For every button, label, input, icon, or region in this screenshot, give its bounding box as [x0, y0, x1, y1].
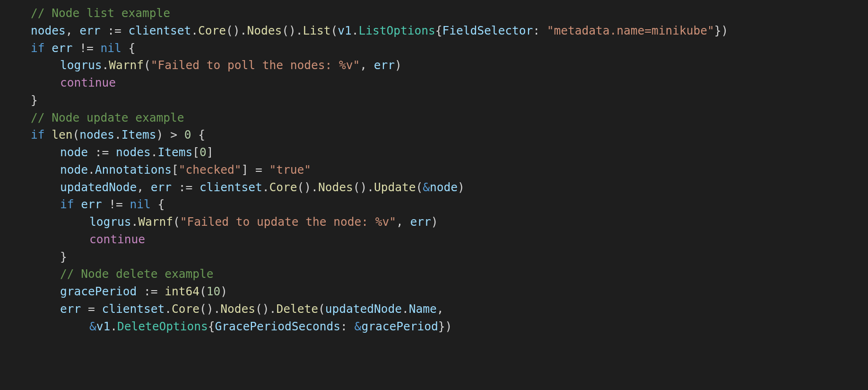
field-Name: Name [409, 302, 437, 316]
call-Nodes: Nodes [318, 180, 353, 194]
ident-nodes: nodes [31, 24, 66, 37]
ident-logrus: logrus [60, 58, 102, 72]
type-ListOptions: ListOptions [358, 24, 435, 37]
keyword-continue: continue [60, 76, 116, 89]
brace-close: }) [714, 24, 729, 37]
call-Delete: Delete [276, 302, 318, 316]
call-len: len [52, 128, 72, 142]
bracket-open: [ [192, 145, 200, 159]
comma: , [66, 24, 80, 37]
keyword-continue: continue [89, 232, 145, 246]
parens: (). [255, 302, 276, 316]
paren-open: ( [318, 302, 325, 316]
op-addressof: & [355, 319, 362, 333]
dot: . [165, 302, 172, 316]
op-eq: = [81, 302, 102, 316]
comma: , [437, 302, 444, 316]
ident-gracePeriod: gracePeriod [361, 319, 438, 333]
keyword-if: if [31, 41, 45, 55]
ident-clientset: clientset [200, 180, 262, 194]
bracket-open: [ [172, 163, 179, 177]
dot: . [131, 215, 139, 229]
call-Warnf: Warnf [109, 58, 144, 72]
space [74, 197, 81, 211]
ident-node: node [60, 163, 88, 177]
call-Nodes: Nodes [247, 24, 282, 37]
call-int64: int64 [165, 284, 200, 298]
field-FieldSelector: FieldSelector [443, 24, 533, 37]
string-literal: "checked" [179, 163, 242, 177]
keyword-if: if [31, 128, 45, 142]
call-Core: Core [198, 24, 226, 37]
code-editor[interactable]: // Node list example nodes, err := clien… [0, 0, 868, 335]
ident-clientset: clientset [102, 302, 165, 316]
comma: , [396, 215, 410, 229]
ident-nodes: nodes [79, 128, 114, 142]
paren-close: ) [395, 58, 402, 72]
op-assign: := [101, 24, 129, 37]
pkg-v1: v1 [96, 319, 111, 333]
brace-open: { [208, 319, 215, 333]
type-DeleteOptions: DeleteOptions [117, 319, 208, 333]
paren-open: ( [73, 128, 80, 142]
brace-open: { [122, 41, 136, 55]
keyword-nil: nil [130, 197, 151, 211]
call-Nodes: Nodes [220, 302, 255, 316]
dot: . [110, 319, 117, 333]
call-Update: Update [374, 180, 416, 194]
colon: : [533, 24, 547, 37]
ident-nodes: nodes [116, 145, 151, 159]
brace-close: } [31, 93, 38, 107]
paren-open: ( [416, 180, 423, 194]
keyword-nil: nil [101, 41, 122, 55]
op-gt: > [163, 128, 184, 142]
dot: . [191, 24, 198, 37]
op-neq: != [73, 41, 101, 55]
op-addressof: & [423, 180, 430, 194]
pkg-v1: v1 [338, 24, 352, 37]
parens: (). [226, 24, 247, 37]
brace-close: }) [438, 319, 452, 333]
number-literal: 10 [207, 284, 221, 298]
ident-gracePeriod: gracePeriod [60, 284, 137, 298]
op-assign: := [172, 180, 200, 194]
dot: . [88, 163, 95, 177]
call-List: List [303, 24, 330, 37]
parens: (). [200, 302, 220, 316]
ident-node: node [430, 180, 458, 194]
ident-err: err [410, 215, 431, 229]
call-Core: Core [172, 302, 200, 316]
comment: // Node update example [31, 111, 184, 124]
field-Items: Items [158, 145, 193, 159]
space [45, 128, 52, 142]
paren-close: ) [220, 284, 227, 298]
dot: . [402, 302, 409, 316]
op-addressof: & [89, 319, 96, 333]
parens: (). [282, 24, 303, 37]
ident-err: err [151, 180, 172, 194]
comment: // Node list example [31, 6, 170, 20]
brace-open: { [151, 197, 165, 211]
comment: // Node delete example [60, 267, 214, 281]
paren-open: ( [200, 284, 207, 298]
brace-open: { [435, 24, 443, 37]
bracket-close-eq: ] = [242, 163, 269, 177]
colon: : [340, 319, 355, 333]
op-assign: := [88, 145, 116, 159]
keyword-if: if [60, 197, 74, 211]
ident-err: err [79, 24, 100, 37]
call-Core: Core [269, 180, 297, 194]
ident-logrus: logrus [89, 215, 131, 229]
dot: . [262, 180, 269, 194]
brace-close: } [60, 250, 67, 264]
call-Warnf: Warnf [138, 215, 173, 229]
paren-close: ) [431, 215, 438, 229]
dot: . [102, 58, 109, 72]
paren-open: ( [144, 58, 151, 72]
paren-close: ) [458, 180, 465, 194]
string-literal: "Failed to update the node: %v" [180, 215, 396, 229]
ident-err: err [52, 41, 72, 55]
field-Items: Items [122, 128, 156, 142]
paren-close: ) [156, 128, 164, 142]
paren-open: ( [330, 24, 338, 37]
